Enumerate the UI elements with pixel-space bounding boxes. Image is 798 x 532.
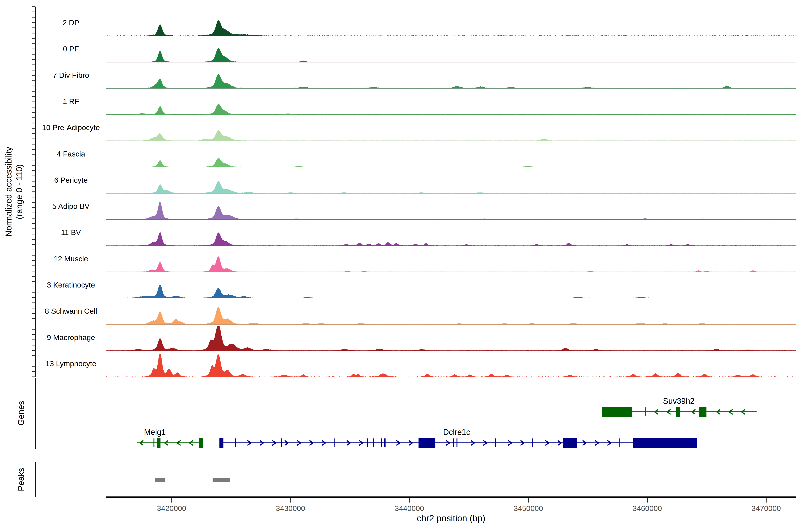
track-row: 9 Macrophage [47,326,796,351]
track-row: 5 Adipo BV [52,202,796,220]
exon-box [532,438,533,447]
track-label: 6 Pericyte [54,176,88,184]
x-axis-tick-label: 3460000 [633,504,662,513]
y-axis-label-line1: Normalized accessibility [4,147,13,236]
exon-box [281,438,282,447]
exon-box [381,438,382,447]
track-row: 2 DP [62,18,796,36]
exon-box [563,438,577,448]
gene-model-meig1: Meig1 [137,428,203,448]
track-signal [106,202,796,220]
track-label: 11 BV [61,228,81,236]
x-axis-tick-label: 3450000 [514,504,543,513]
exon-box [199,438,203,448]
exon-box [373,438,374,447]
track-signal [106,256,796,272]
x-axis-tick-label: 3430000 [276,504,305,513]
gene-name-label: Dclre1c [443,428,470,437]
track-row: 12 Muscle [54,254,796,272]
track-signal [106,182,796,193]
exon-box [699,407,706,417]
y-axis-label-line2: (range 0 - 110) [15,164,24,220]
track-row: 8 Schwann Cell [45,307,796,324]
exon-box [633,438,697,448]
track-label: 4 Fascia [57,150,86,158]
exon-box [334,438,335,447]
exon-box [220,438,224,448]
track-label: 7 Div Fibro [53,71,89,79]
gene-name-label: Suv39h2 [663,397,695,406]
track-signal [106,326,796,351]
exon-box [367,438,368,447]
coverage-plot-figure: 3420000343000034400003450000346000034700… [0,0,798,532]
exon-box [153,438,154,447]
track-signal [106,48,796,62]
exon-box [456,438,457,447]
track-label: 2 DP [62,18,79,27]
gene-model-suv39h2: Suv39h2 [602,397,757,417]
coverage-plot-canvas: 3420000343000034400003450000346000034700… [0,0,798,532]
track-signal [106,232,796,246]
track-signal [106,285,796,298]
track-label: 8 Schwann Cell [45,307,97,315]
track-signal [106,307,796,324]
exon-box [676,407,680,417]
peaks-section-label: Peaks [16,468,26,491]
track-row: 4 Fascia [57,150,796,167]
exon-box [619,438,620,447]
track-label: 0 PF [63,44,79,53]
x-axis-tick-label: 3420000 [157,504,186,513]
track-signal [106,130,796,141]
track-label: 3 Keratinocyte [47,281,95,289]
x-axis-tick-label: 3440000 [395,504,424,513]
track-label: 9 Macrophage [47,333,95,342]
track-signal [106,104,796,115]
genes-section-label: Genes [16,401,26,425]
track-signal [106,158,796,167]
exon-box [645,407,646,416]
track-label: 13 Lymphocyte [45,359,96,368]
track-label: 1 RF [63,97,79,106]
exon-box [157,438,160,448]
track-signal [106,353,796,377]
exon-box [235,438,235,447]
track-row: 11 BV [61,228,796,246]
track-row: 0 PF [63,44,796,62]
track-row: 10 Pre-Adipocyte [42,123,796,141]
x-axis-title: chr2 position (bp) [417,513,485,523]
track-row: 1 RF [63,97,796,115]
track-row: 13 Lymphocyte [45,353,796,377]
gene-model-dclre1c: Dclre1c [220,428,697,448]
track-signal [106,21,796,36]
genes-layer: Suv39h2Meig1Dclre1c [137,397,757,448]
exon-box [384,438,385,447]
track-label: 5 Adipo BV [52,202,90,210]
track-row: 7 Div Fibro [53,71,796,89]
exon-box [453,438,454,447]
track-label: 12 Muscle [54,254,88,263]
exon-box [418,438,435,448]
track-signal [106,74,796,88]
exon-box [495,438,496,447]
track-label: 10 Pre-Adipocyte [42,123,100,132]
peaks-layer [155,478,230,482]
accessibility-tracks-layer: 2 DP0 PF7 Div Fibro1 RF10 Pre-Adipocyte4… [42,18,796,377]
x-axis-tick-label: 3470000 [752,504,781,513]
peak-region-box [155,478,165,482]
track-row: 3 Keratinocyte [47,281,796,298]
gene-name-label: Meig1 [144,428,166,437]
peak-region-box [213,478,230,482]
track-row: 6 Pericyte [54,176,796,193]
exon-box [602,407,632,417]
